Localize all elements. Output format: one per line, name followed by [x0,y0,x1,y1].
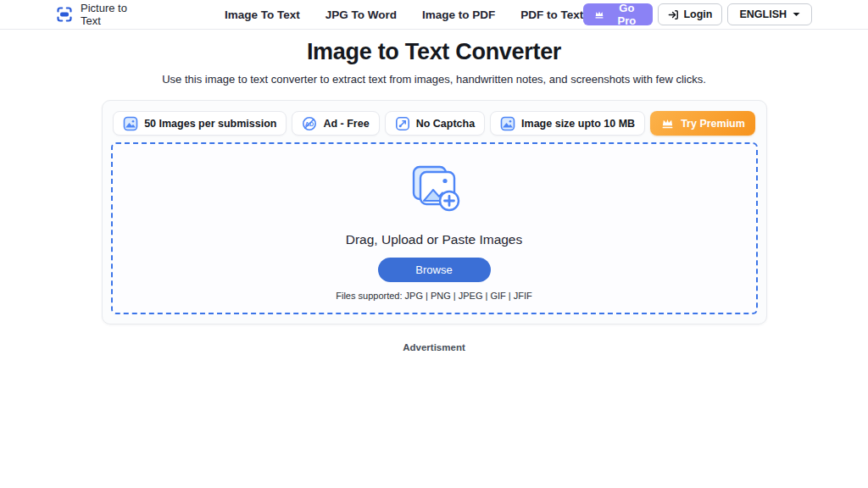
login-button[interactable]: Login [658,3,722,25]
nav-link-image-to-pdf[interactable]: Image to PDF [422,8,495,21]
dropzone-instruction: Drag, Upload or Paste Images [346,232,523,247]
advertisement-label: Advertisment [0,342,868,352]
login-label: Login [683,8,712,20]
brand-name: Picture to Text [81,2,148,27]
nav-actions: Go Pro Login ENGLISH [583,3,812,25]
add-images-icon [407,160,461,216]
badge-label: Image size upto 10 MB [521,118,635,130]
image-icon [123,116,138,131]
navbar: Picture to Text Image To Text JPG To Wor… [0,0,868,30]
scan-logo-icon [55,5,74,24]
image-icon [500,116,515,131]
badge-image-size: Image size upto 10 MB [490,111,645,136]
go-pro-button[interactable]: Go Pro [583,3,653,25]
badge-label: 50 Images per submission [144,118,276,130]
badge-ad-free: AD Ad - Free [292,111,379,136]
go-pro-label: Go Pro [610,2,643,27]
hero-section: Image to Text Converter Use this image t… [0,39,868,86]
badge-label: No Captcha [416,118,475,130]
chevron-down-icon [793,12,800,17]
files-supported-text: Files supported: JPG | PNG | JPEG | GIF … [336,291,531,301]
page-subtitle: Use this image to text converter to extr… [0,73,868,86]
try-premium-label: Try Premium [681,118,745,130]
badge-label: Ad - Free [323,118,369,130]
crown-icon [593,8,605,20]
try-premium-button[interactable]: Try Premium [650,111,755,136]
language-label: ENGLISH [739,8,787,20]
converter-card: 50 Images per submission AD Ad - Free [102,100,767,324]
nav-link-pdf-to-text[interactable]: PDF to Text [520,8,583,21]
no-ads-icon: AD [302,116,317,131]
browse-button[interactable]: Browse [378,258,491,282]
login-arrow-icon [668,9,679,20]
feature-badges: 50 Images per submission AD Ad - Free [111,111,758,136]
language-selector[interactable]: ENGLISH [727,3,812,25]
nav-link-jpg-to-word[interactable]: JPG To Word [326,8,397,21]
page-title: Image to Text Converter [0,39,868,65]
badge-no-captcha: No Captcha [385,111,485,136]
captcha-icon [395,116,410,131]
nav-links: Image To Text JPG To Word Image to PDF P… [225,8,583,21]
badge-images-per-submission: 50 Images per submission [113,111,287,136]
upload-dropzone[interactable]: Drag, Upload or Paste Images Browse File… [111,142,758,314]
crown-icon [660,116,675,130]
brand[interactable]: Picture to Text [55,2,148,27]
nav-link-image-to-text[interactable]: Image To Text [225,8,300,21]
